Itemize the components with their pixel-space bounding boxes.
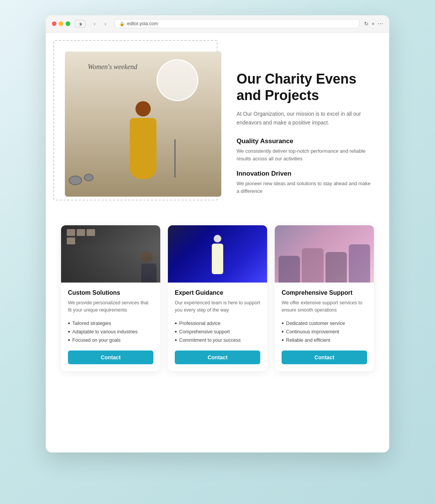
audience-figure xyxy=(141,251,156,283)
person-blob-3 xyxy=(325,252,347,283)
card-2-title: Expert Guidance xyxy=(175,289,260,296)
list-item: Professional advice xyxy=(175,319,260,328)
feature-innovation-title: Innovation Driven xyxy=(237,170,374,178)
people-group xyxy=(279,244,370,283)
hero-image-wrapper: Women's weekend xyxy=(61,48,221,202)
card-2-description: Our experienced team is here to support … xyxy=(175,299,260,314)
card-1-body: Custom Solutions We provide personalized… xyxy=(61,283,160,371)
browser-nav: ‹ › xyxy=(90,19,110,28)
audience-body xyxy=(141,263,156,283)
list-item: Reliable and efficient xyxy=(282,336,367,344)
list-item: Focused on your goals xyxy=(68,336,153,344)
box-3 xyxy=(87,229,95,236)
feature-innovation-desc: We pioneer new ideas and solutions to st… xyxy=(237,180,374,195)
tab-icon[interactable]: ◑ xyxy=(75,20,85,27)
back-button[interactable]: ‹ xyxy=(90,19,99,28)
hero-text: Our Charity Evens and Projects At Our Or… xyxy=(237,48,374,202)
circle-decoration xyxy=(156,59,198,101)
card-3-contact-button[interactable]: Contact xyxy=(282,351,367,364)
person-blob-4 xyxy=(349,244,370,283)
card-custom-solutions: Custom Solutions We provide personalized… xyxy=(61,225,160,371)
lock-icon: 🔒 xyxy=(119,21,125,26)
card-3-title: Comprehensive Support xyxy=(282,289,367,296)
list-item: Tailored strategies xyxy=(68,319,153,328)
browser-content: Women's weekend Our Chari xyxy=(46,32,389,452)
card-1-image xyxy=(61,225,160,283)
hero-image-placeholder: Women's weekend xyxy=(65,52,221,197)
browser-window: ◑ ‹ › 🔒 editor.yola.com ↻ + ⋯ xyxy=(46,15,389,452)
card-1-title: Custom Solutions xyxy=(68,289,153,296)
card-3-list: Dedicated customer service Continuous im… xyxy=(282,319,367,344)
speaker-stage xyxy=(210,235,225,281)
more-icon[interactable]: ⋯ xyxy=(378,21,383,27)
hero-section: Women's weekend Our Chari xyxy=(61,48,374,202)
person-silhouette xyxy=(128,101,158,185)
hero-title: Our Charity Evens and Projects xyxy=(237,71,374,103)
card-1-contact-button[interactable]: Contact xyxy=(68,351,153,364)
hero-image: Women's weekend xyxy=(65,52,221,197)
card-1-description: We provide personalized services that fi… xyxy=(68,299,153,314)
card-3-body: Comprehensive Support We offer extensive… xyxy=(275,283,374,371)
reload-icon[interactable]: ↻ xyxy=(364,21,369,27)
card-1-list: Tailored strategies Adaptable to various… xyxy=(68,319,153,344)
browser-actions: ↻ + ⋯ xyxy=(364,21,383,27)
speaker-body xyxy=(212,244,223,274)
card-2-contact-button[interactable]: Contact xyxy=(175,351,260,364)
feature-quality: Quality Assurance We consistently delive… xyxy=(237,137,374,162)
person-blob-1 xyxy=(279,256,300,283)
list-item: Adaptable to various industries xyxy=(68,328,153,336)
card-2-list: Professional advice Comprehensive suppor… xyxy=(175,319,260,344)
drum-1 xyxy=(69,176,82,185)
card-expert-guidance: Expert Guidance Our experienced team is … xyxy=(168,225,267,371)
feature-quality-desc: We consistently deliver top-notch perfor… xyxy=(237,147,374,162)
person-blob-2 xyxy=(302,248,323,283)
drum-2 xyxy=(84,174,93,181)
dot-yellow[interactable] xyxy=(59,21,63,26)
cards-section: Custom Solutions We provide personalized… xyxy=(61,225,374,371)
add-tab-icon[interactable]: + xyxy=(372,21,375,27)
card-3-description: We offer extensive support services to e… xyxy=(282,299,367,314)
browser-toolbar: ◑ ‹ › 🔒 editor.yola.com ↻ + ⋯ xyxy=(46,15,389,32)
browser-address-bar[interactable]: 🔒 editor.yola.com xyxy=(114,19,359,28)
box-2 xyxy=(77,229,85,236)
person-dress xyxy=(130,118,156,179)
browser-dots xyxy=(52,21,70,26)
boxes-decoration xyxy=(67,229,97,244)
card-3-image xyxy=(275,225,374,283)
card-2-body: Expert Guidance Our experienced team is … xyxy=(168,283,267,371)
url-text: editor.yola.com xyxy=(127,21,158,26)
speaker-head xyxy=(214,235,221,242)
forward-button[interactable]: › xyxy=(101,19,110,28)
card-2-image xyxy=(168,225,267,283)
tab-icon-symbol: ◑ xyxy=(79,22,82,26)
image-text-overlay: Women's weekend xyxy=(88,63,137,71)
box-1 xyxy=(67,229,75,236)
hero-description: At Our Organization, our mission is to e… xyxy=(237,110,374,127)
list-item: Commitment to your success xyxy=(175,336,260,344)
card-comprehensive-support: Comprehensive Support We offer extensive… xyxy=(275,225,374,371)
drums-area xyxy=(69,158,107,189)
mic-stand xyxy=(174,139,176,178)
feature-quality-title: Quality Assurance xyxy=(237,137,374,145)
box-4 xyxy=(67,237,75,244)
dot-green[interactable] xyxy=(66,21,70,26)
list-item: Continuous improvement xyxy=(282,328,367,336)
feature-innovation: Innovation Driven We pioneer new ideas a… xyxy=(237,170,374,195)
person-head xyxy=(135,101,151,116)
audience-head xyxy=(141,251,153,263)
list-item: Dedicated customer service xyxy=(282,319,367,328)
list-item: Comprehensive support xyxy=(175,328,260,336)
dot-red[interactable] xyxy=(52,21,56,26)
